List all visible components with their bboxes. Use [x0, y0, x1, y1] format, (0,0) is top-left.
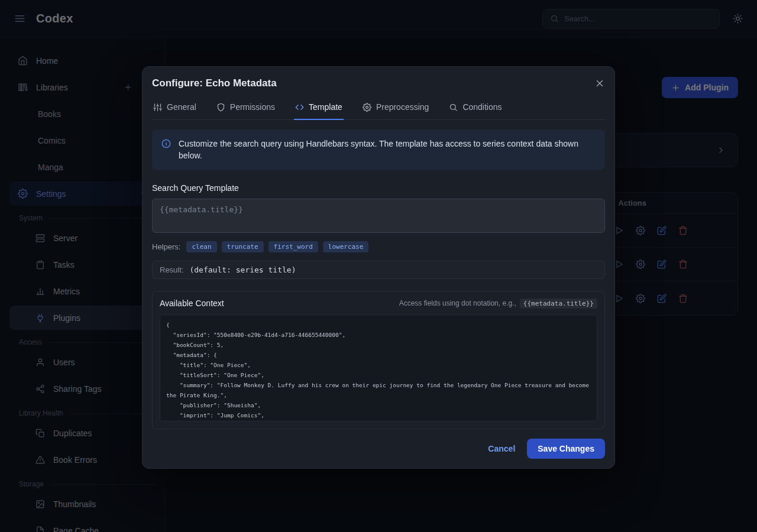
cancel-button[interactable]: Cancel	[488, 444, 515, 453]
info-text: Customize the search query using Handleb…	[179, 138, 587, 162]
search-icon	[449, 103, 458, 112]
helper-chip-truncate[interactable]: truncate	[222, 241, 264, 252]
sliders-icon	[153, 103, 162, 112]
dot-notation-example: {{metadata.title}}	[520, 299, 597, 309]
helpers-label: Helpers:	[152, 242, 180, 251]
result-label: Result:	[160, 265, 183, 274]
helper-chip-clean[interactable]: clean	[186, 241, 216, 252]
helpers-row: Helpers: clean truncate first_word lower…	[152, 241, 605, 252]
configure-plugin-dialog: Configure: Echo Metadata General Permiss…	[142, 66, 615, 469]
code-icon	[295, 103, 304, 112]
available-context-panel: Available Context Access fields using do…	[152, 291, 605, 429]
shield-icon	[216, 103, 225, 112]
template-field-label: Search Query Template	[152, 183, 605, 193]
tab-permissions[interactable]: Permissions	[215, 98, 276, 120]
context-json: { "seriesId": "550e8400-e29b-41d4-a716-4…	[160, 314, 597, 421]
context-hint: Access fields using dot notation, e.g., …	[399, 299, 597, 309]
close-button[interactable]	[594, 78, 605, 89]
gear-icon	[363, 103, 371, 112]
dialog-title: Configure: Echo Metadata	[152, 77, 277, 89]
save-changes-button[interactable]: Save Changes	[527, 439, 605, 459]
context-title: Available Context	[160, 299, 224, 308]
helper-chip-first-word[interactable]: first_word	[268, 241, 318, 252]
helper-chip-lowercase[interactable]: lowercase	[323, 241, 369, 252]
search-query-template-input[interactable]	[152, 199, 605, 233]
dialog-header: Configure: Echo Metadata	[143, 67, 614, 89]
tab-template[interactable]: Template	[294, 98, 344, 120]
tab-preprocessing[interactable]: Preprocessing	[361, 98, 431, 120]
tab-general[interactable]: General	[152, 98, 198, 120]
result-preview: Result: (default: series title)	[152, 261, 605, 279]
dialog-body: Customize the search query using Handleb…	[143, 120, 614, 439]
info-banner: Customize the search query using Handleb…	[152, 129, 605, 170]
result-value: (default: series title)	[189, 265, 296, 274]
info-icon	[161, 139, 171, 148]
close-icon	[594, 78, 605, 89]
dialog-tabs: General Permissions Template Preprocessi…	[152, 98, 605, 120]
context-header: Available Context Access fields using do…	[160, 299, 597, 309]
dialog-footer: Cancel Save Changes	[143, 439, 614, 469]
tab-conditions[interactable]: Conditions	[448, 98, 503, 120]
